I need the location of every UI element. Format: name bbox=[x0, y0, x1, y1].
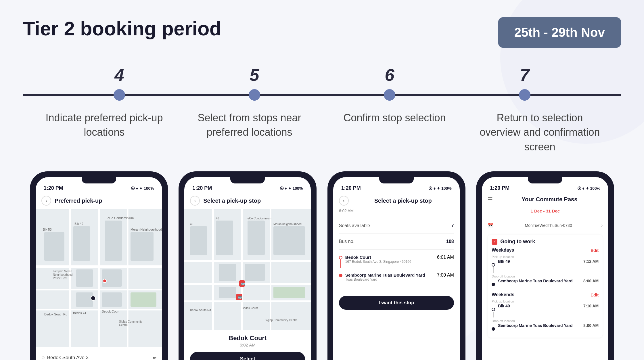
svg-text:Bedok Court: Bedok Court bbox=[242, 307, 258, 310]
phone-1-nav: ‹ Preferred pick-up bbox=[36, 194, 162, 209]
phone-3-bottom: I want this stop bbox=[333, 290, 460, 310]
svg-rect-42 bbox=[248, 221, 265, 255]
stop2-addr: Tuas Boulevard Yard bbox=[345, 277, 434, 282]
phone-2-back-btn[interactable]: ‹ bbox=[190, 196, 200, 206]
phone-2-stop-time: 6:02 AM bbox=[190, 342, 305, 347]
svg-rect-37 bbox=[219, 264, 236, 281]
phone-4-time: 1:20 PM bbox=[490, 185, 509, 191]
step-number-4: 4 bbox=[52, 65, 187, 85]
svg-text:Siglap Community: Siglap Community bbox=[119, 320, 142, 323]
weekdays-section: Weekdays Edit Pick-up location bbox=[492, 248, 599, 286]
phone-3-notch bbox=[379, 177, 414, 183]
svg-text:eCo Condominium: eCo Condominium bbox=[108, 216, 134, 220]
svg-text:Merah neighbourhood: Merah neighbourhood bbox=[273, 223, 302, 226]
svg-rect-10 bbox=[102, 292, 122, 307]
calendar-icon: 📅 bbox=[488, 223, 493, 228]
phone-4: 1:20 PM ⦿ ♦ ✦ 100% ☰ Your Commute Pass 1… bbox=[476, 171, 614, 360]
phone-2-select-btn[interactable]: Select bbox=[190, 352, 305, 360]
phone-1-screen: 1:20 PM ⦿ ♦ ✦ 100% ‹ Preferred pick-up bbox=[36, 177, 162, 360]
stop2-time: 7:00 AM bbox=[437, 273, 454, 278]
svg-rect-9 bbox=[76, 292, 93, 307]
stop2-info: Sembcorp Marine Tuas Boulevard Yard Tuas… bbox=[345, 273, 434, 282]
stop1-time: 6:01 AM bbox=[437, 255, 454, 260]
weekdays-dropoff: Sembcorp Marine Tuas Boulevard Yard 8:00… bbox=[492, 279, 599, 286]
phone-3-nav-title: Select a pick-up stop bbox=[352, 198, 454, 204]
phone-3-back-btn[interactable]: ‹ bbox=[339, 196, 349, 206]
schedule-row[interactable]: 📅 MonTueWedThuSun-0730 › bbox=[488, 220, 603, 231]
phone-1-bottom: ⊙ Bedok South Ave 3 ✏ Next bbox=[36, 347, 162, 360]
phone-1-nav-title: Preferred pick-up bbox=[55, 198, 102, 204]
step-descriptions: Indicate preferred pick-up locations Sel… bbox=[23, 111, 621, 154]
dropoff-location-label-2: Drop-off location bbox=[492, 319, 599, 323]
step-number-5: 5 bbox=[187, 65, 322, 85]
phone-1-location-name: ⊙ Bedok South Ave 3 bbox=[41, 355, 89, 360]
going-checkbox[interactable]: ✓ bbox=[492, 239, 497, 245]
phone-3-want-btn[interactable]: I want this stop bbox=[339, 296, 454, 310]
pickup-name-container: Blk 49 bbox=[498, 259, 580, 264]
phone-3-status-icons: ⦿ ♦ ✦ 100% bbox=[428, 186, 452, 191]
pickup-location-label: Pick-up location bbox=[492, 255, 599, 258]
svg-rect-39 bbox=[219, 287, 236, 298]
svg-point-28 bbox=[91, 296, 95, 300]
edit-weekdays-btn[interactable]: Edit bbox=[591, 248, 599, 253]
modal-divider-2 bbox=[339, 233, 454, 234]
stop2-name: Sembcorp Marine Tuas Boulevard Yard bbox=[345, 273, 434, 277]
svg-text:Bedok Cl: Bedok Cl bbox=[73, 311, 86, 315]
modal-bus-value: 108 bbox=[446, 239, 454, 244]
date-badge: 25th - 29th Nov bbox=[498, 17, 621, 48]
step-desc-6: Confirm stop selection bbox=[328, 111, 461, 154]
going-label: Going to work bbox=[500, 239, 535, 245]
weekdays-pickup-name: Blk 49 bbox=[498, 259, 580, 264]
modal-divider-1 bbox=[339, 218, 454, 218]
weekdays-dropoff-name: Sembcorp Marine Tuas Boulevard Yard bbox=[498, 279, 580, 283]
stop-connector-line bbox=[340, 259, 341, 268]
commute-date: 1 Dec - 31 Dec bbox=[488, 206, 603, 216]
step-numbers: 4 5 6 7 bbox=[23, 65, 621, 85]
timeline-bar bbox=[23, 91, 621, 99]
weekdays-pickup: Blk 49 7:12 AM bbox=[492, 259, 599, 273]
svg-rect-12 bbox=[73, 226, 90, 261]
edit-weekends-btn[interactable]: Edit bbox=[591, 292, 599, 297]
svg-rect-38 bbox=[245, 264, 265, 281]
timeline-section: 4 5 6 7 Indicate preferred pick-up locat… bbox=[23, 65, 621, 154]
weekends-header: Weekends Edit bbox=[492, 292, 599, 297]
weekdays-pickup-time: 7:12 AM bbox=[583, 259, 599, 264]
phone-2-notch bbox=[230, 177, 265, 183]
timeline-dot-4 bbox=[114, 89, 125, 101]
phone-1-back-btn[interactable]: ‹ bbox=[41, 196, 51, 206]
modal-seats-row: Seats available 7 bbox=[339, 221, 454, 231]
weekdays-dropoff-time: 8:00 AM bbox=[583, 279, 599, 283]
dropoff-dot-icon bbox=[492, 283, 495, 286]
svg-point-29 bbox=[103, 279, 106, 283]
phone-3-nav: ‹ Select a pick-up stop bbox=[333, 194, 460, 209]
weekends-label: Weekends bbox=[492, 292, 514, 297]
phone-1-location-row: ⊙ Bedok South Ave 3 ✏ bbox=[41, 352, 156, 360]
phone-2-stop-name: Bedok Court bbox=[190, 334, 305, 342]
going-to-work-card: ✓ Going to work Weekdays Edit Pick-up lo… bbox=[488, 235, 603, 338]
phone-3: 1:20 PM ⦿ ♦ ✦ 100% ‹ Select a pick-up st… bbox=[327, 171, 465, 360]
svg-rect-7 bbox=[76, 269, 93, 287]
edit-pencil-icon[interactable]: ✏ bbox=[153, 355, 156, 360]
phone-4-status-icons: ⦿ ♦ ✦ 100% bbox=[577, 186, 601, 191]
modal-bus-row: Bus no. 108 bbox=[339, 237, 454, 246]
phone-4-app-header: ☰ Your Commute Pass bbox=[482, 194, 608, 206]
weekends-pickup-name-container: Blk 49 bbox=[498, 304, 580, 308]
stop1-addr: 167 Bedok South Ave 3, Singapore 460166 bbox=[345, 260, 434, 264]
svg-text:Merah Neighbourhood: Merah Neighbourhood bbox=[131, 228, 162, 231]
hamburger-menu-icon[interactable]: ☰ bbox=[488, 196, 493, 203]
svg-text:48: 48 bbox=[216, 217, 219, 220]
svg-rect-44 bbox=[273, 287, 305, 298]
page-title: Tier 2 booking period bbox=[23, 17, 221, 40]
phone-2-bottom: Bedok Court 6:02 AM Select bbox=[184, 330, 311, 360]
svg-text:Police Post: Police Post bbox=[53, 277, 67, 280]
modal-seats-value: 7 bbox=[451, 223, 454, 228]
step-number-7: 7 bbox=[457, 65, 592, 85]
svg-text:Blk 53: Blk 53 bbox=[43, 228, 52, 231]
svg-rect-40 bbox=[190, 226, 207, 255]
phone-3-screen: 1:20 PM ⦿ ♦ ✦ 100% ‹ Select a pick-up st… bbox=[333, 177, 460, 360]
svg-text:Siglap Community Centre: Siglap Community Centre bbox=[265, 319, 298, 322]
stop2-dot bbox=[339, 274, 342, 277]
svg-rect-13 bbox=[105, 221, 122, 261]
modal-divider-3 bbox=[339, 249, 454, 250]
phone-1-status-icons: ⦿ ♦ ✦ 100% bbox=[131, 186, 154, 191]
